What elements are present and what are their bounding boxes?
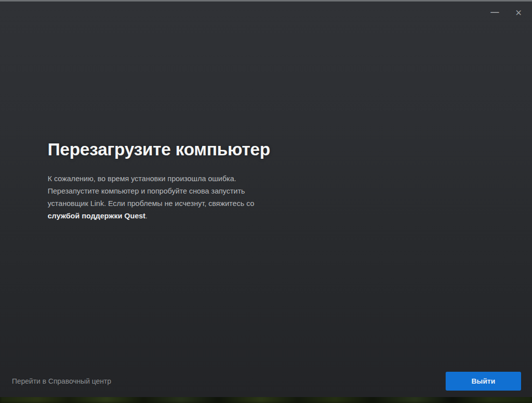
error-line-2: Перезапустите компьютер и попробуйте сно…	[48, 185, 532, 197]
close-icon: ×	[516, 7, 522, 18]
main-content: Перезагрузите компьютер К сожалению, во …	[0, 1, 532, 222]
help-center-link[interactable]: Перейти в Справочный центр	[12, 377, 111, 385]
minimize-button[interactable]: —	[487, 5, 502, 20]
exit-button[interactable]: Выйти	[446, 372, 521, 391]
error-line-1: К сожалению, во время установки произошл…	[48, 172, 532, 185]
desktop-background: — × Перезагрузите компьютер К сожалению,…	[0, 0, 532, 403]
minimize-icon: —	[491, 8, 499, 16]
footer: Перейти в Справочный центр Выйти	[0, 372, 532, 391]
quest-support-link[interactable]: службой поддержки Quest	[48, 211, 145, 220]
error-description: К сожалению, во время установки произошл…	[48, 172, 532, 222]
error-line-3: установщик Link. Если проблемы не исчезн…	[48, 197, 532, 209]
titlebar: — ×	[0, 1, 532, 24]
error-line-4: службой поддержки Quest.	[48, 209, 532, 222]
close-button[interactable]: ×	[511, 5, 526, 20]
installer-window: — × Перезагрузите компьютер К сожалению,…	[0, 0, 532, 397]
support-link-suffix: .	[145, 211, 147, 220]
page-title: Перезагрузите компьютер	[48, 138, 532, 160]
